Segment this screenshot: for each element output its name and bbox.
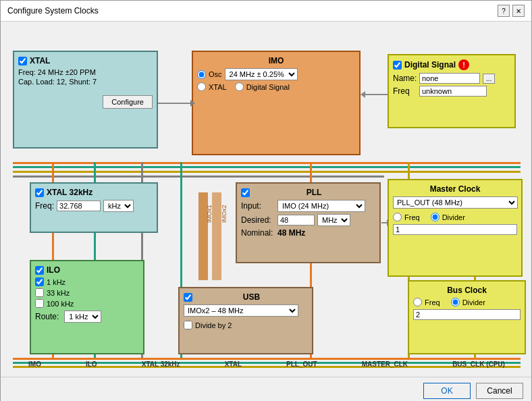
bottom-labels: IMO ILO XTAL 32kHz XTAL PLL_OUT MASTER_C… bbox=[6, 360, 527, 368]
label-imo: IMO bbox=[28, 360, 41, 368]
bus-divider-input[interactable] bbox=[413, 309, 521, 320]
imo-osc-row: Osc 24 MHz ± 0.25% bbox=[197, 68, 355, 80]
xtal32-unit-select[interactable]: kHz bbox=[103, 200, 134, 212]
title-bar: Configure System Clocks ? ✕ bbox=[1, 1, 531, 22]
pll-input-select[interactable]: IMO (24 MHz) bbox=[277, 200, 365, 212]
master-divider-input[interactable] bbox=[393, 224, 517, 235]
digital-signal-block: Digital Signal ! Name: ... Freq bbox=[388, 54, 516, 128]
xtal-title: XTAL bbox=[30, 56, 50, 65]
ilo-route-label: Route: bbox=[35, 312, 59, 321]
ilo-1khz-checkbox[interactable] bbox=[35, 277, 44, 286]
master-divider-radio-label[interactable]: Divider bbox=[431, 213, 465, 221]
bus-freq-divider-row: Freq Divider bbox=[413, 298, 521, 306]
close-button[interactable]: ✕ bbox=[512, 5, 525, 17]
master-freq-divider-row: Freq Divider bbox=[393, 213, 517, 221]
xtal-to-imo-arrow bbox=[158, 100, 195, 107]
bus-freq-radio-label[interactable]: Freq bbox=[413, 298, 440, 306]
digital-name-input[interactable] bbox=[419, 73, 480, 84]
xtal32-freq-input[interactable] bbox=[57, 200, 101, 211]
xtal32-block: XTAL 32kHz Freq: kHz bbox=[30, 182, 158, 233]
usb-title: USB bbox=[243, 292, 260, 302]
ilo-100khz-label[interactable]: 100 kHz bbox=[35, 299, 74, 308]
bus-clock-title: Bus Clock bbox=[413, 286, 521, 295]
imo-to-digital-arrow-left bbox=[361, 91, 391, 98]
dialog-title: Configure System Clocks bbox=[7, 6, 99, 16]
label-master-clk: MASTER_CLK bbox=[362, 360, 408, 368]
cancel-button[interactable]: Cancel bbox=[476, 383, 523, 399]
xtal32-checkbox[interactable] bbox=[35, 188, 44, 197]
usb-divide-label[interactable]: Divide by 2 bbox=[184, 321, 232, 329]
imox2-label: IMOx2 bbox=[221, 205, 228, 223]
master-freq-radio[interactable] bbox=[393, 213, 402, 221]
usb-checkbox[interactable] bbox=[184, 293, 192, 302]
pll-header: PLL bbox=[241, 188, 375, 197]
bus-divider-radio-label[interactable]: Divider bbox=[451, 298, 485, 306]
bus-freq-radio[interactable] bbox=[413, 298, 422, 306]
imo-xtal-label: XTAL bbox=[209, 83, 227, 91]
pll-block: PLL Input: IMO (24 MHz) Desired: MHz bbox=[236, 182, 381, 263]
imo-digital-label: Digital Signal bbox=[246, 83, 290, 91]
bus-line-gray bbox=[13, 176, 384, 178]
bus-line-teal bbox=[13, 166, 521, 168]
master-source-select[interactable]: PLL_OUT (48 MHz) bbox=[393, 196, 518, 209]
digital-freq-input[interactable] bbox=[419, 86, 487, 97]
xtal32-freq-row: Freq: kHz bbox=[35, 200, 153, 212]
ilo-1khz-text: 1 kHz bbox=[47, 278, 65, 286]
digital-header: Digital Signal ! bbox=[393, 59, 510, 70]
imo-freq-select[interactable]: 24 MHz ± 0.25% bbox=[225, 68, 298, 80]
pll-checkbox[interactable] bbox=[241, 188, 250, 197]
bus-freq-label: Freq bbox=[425, 298, 440, 306]
usb-source-select[interactable]: IMOx2 – 48 MHz bbox=[184, 304, 298, 317]
pll-desired-input[interactable] bbox=[277, 215, 315, 225]
imo-osc-radio[interactable] bbox=[197, 70, 206, 79]
ilo-checkbox[interactable] bbox=[35, 266, 44, 275]
bus-divider-radio[interactable] bbox=[451, 298, 460, 306]
bus-line-orange-bottom bbox=[13, 358, 521, 360]
imo-osc-radio-label[interactable]: Osc bbox=[197, 70, 222, 79]
imo-block: IMO Osc 24 MHz ± 0.25% XTAL bbox=[192, 51, 361, 155]
dialog-footer: OK Cancel bbox=[1, 377, 531, 401]
ilo-1khz-label[interactable]: 1 kHz bbox=[35, 277, 65, 286]
label-xtal: XTAL bbox=[225, 360, 242, 368]
imo-digital-radio-label[interactable]: Digital Signal bbox=[235, 82, 290, 91]
bus-line-yellow bbox=[13, 171, 521, 173]
master-freq-radio-label[interactable]: Freq bbox=[393, 213, 420, 221]
xtal-freq: Freq: 24 MHz ±20 PPM bbox=[18, 68, 153, 76]
digital-checkbox[interactable] bbox=[393, 61, 402, 70]
ilo-33khz-row: 33 kHz bbox=[35, 288, 139, 297]
usb-divide-checkbox[interactable] bbox=[184, 321, 192, 329]
xtal32-header: XTAL 32kHz bbox=[35, 188, 153, 197]
bus-clock-block: Bus Clock Freq Divider bbox=[408, 280, 526, 354]
usb-divide-text: Divide by 2 bbox=[195, 321, 232, 329]
wire-imox2 bbox=[212, 192, 221, 280]
ilo-block: ILO 1 kHz 33 kHz bbox=[30, 260, 144, 354]
imo-xtal-radio-label[interactable]: XTAL bbox=[197, 82, 227, 91]
ilo-33khz-checkbox[interactable] bbox=[35, 288, 44, 297]
label-xtal32: XTAL 32kHz bbox=[142, 360, 180, 368]
pll-input-label: Input: bbox=[241, 201, 275, 211]
master-divider-label: Divider bbox=[442, 213, 465, 221]
xtal32-title: XTAL 32kHz bbox=[47, 188, 92, 197]
usb-header: USB bbox=[184, 292, 308, 302]
usb-divide-row: Divide by 2 bbox=[184, 321, 308, 329]
ilo-33khz-text: 33 kHz bbox=[47, 289, 70, 297]
digital-browse-btn[interactable]: ... bbox=[483, 74, 495, 84]
xtal-configure-button[interactable]: Configure bbox=[103, 95, 153, 109]
ilo-100khz-checkbox[interactable] bbox=[35, 299, 44, 308]
ilo-route-select[interactable]: 1 kHz bbox=[64, 311, 101, 323]
pll-nominal-value: 48 MHz bbox=[277, 228, 305, 238]
master-divider-radio[interactable] bbox=[431, 213, 440, 221]
label-bus-clk: BUS_CLK (CPU) bbox=[452, 360, 505, 368]
pll-nominal-label: Nominal: bbox=[241, 228, 275, 238]
pll-unit-select[interactable]: MHz bbox=[317, 214, 350, 226]
imox1-label: IMOx1 bbox=[206, 205, 213, 223]
xtal-checkbox[interactable] bbox=[18, 57, 27, 65]
ilo-33khz-label[interactable]: 33 kHz bbox=[35, 288, 70, 297]
imo-xtal-row: XTAL Digital Signal bbox=[197, 82, 355, 91]
help-button[interactable]: ? bbox=[498, 5, 510, 17]
ok-button[interactable]: OK bbox=[423, 383, 471, 399]
imo-digital-radio[interactable] bbox=[235, 82, 244, 91]
pll-title: PLL bbox=[307, 188, 322, 197]
pll-input-row: Input: IMO (24 MHz) bbox=[241, 200, 375, 212]
imo-xtal-radio[interactable] bbox=[197, 82, 206, 91]
